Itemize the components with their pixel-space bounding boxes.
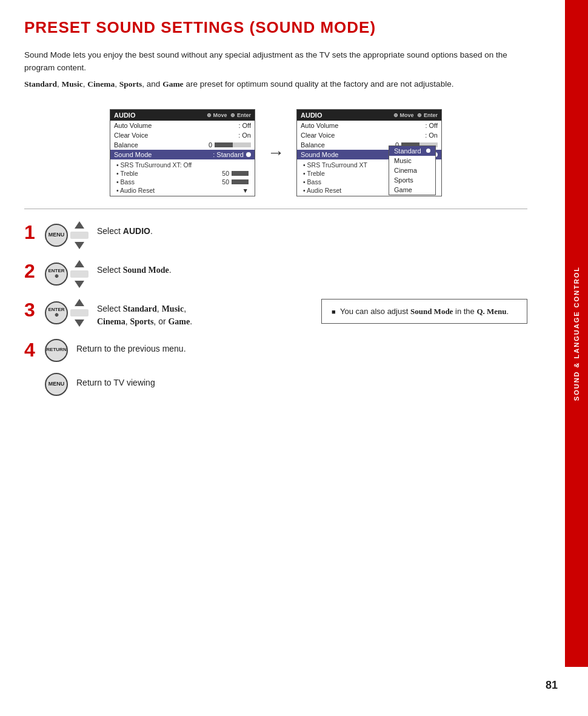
info-text-1: You can also adjust	[340, 307, 410, 316]
step-3-nav-arrows	[70, 299, 89, 327]
audio-reset-label-1: • Audio Reset	[116, 187, 155, 194]
audio-reset-row-1: • Audio Reset ▼	[116, 186, 249, 195]
menu-step-btn[interactable]: MENU	[45, 373, 68, 396]
nav-hints-1: ⊕ Move ⊕ Enter	[207, 112, 251, 118]
dropdown-sports[interactable]: Sports	[389, 175, 435, 185]
steps-area: 1 MENU Select AUDIO. 2 ENTE	[24, 221, 527, 407]
description-2: Standard, Music, Cinema, Sports, and Gam…	[24, 78, 527, 91]
balance-label-1: Balance	[114, 141, 138, 149]
step-1-menu-btn[interactable]: MENU	[45, 224, 68, 247]
clear-voice-value-1: : On	[238, 132, 251, 139]
auto-volume-value-2: : Off	[425, 122, 438, 129]
balance-num-1: 0	[209, 141, 212, 149]
screens-area: AUDIO ⊕ Move ⊕ Enter Auto Volume : Off C…	[24, 109, 527, 196]
enter-hint-1: ⊕ Enter	[230, 112, 251, 118]
bold-music: Music	[62, 79, 83, 89]
clear-voice-row-1: Clear Voice : On	[110, 130, 255, 140]
step-2-number: 2	[24, 261, 41, 281]
dropdown-cinema-label: Cinema	[394, 167, 417, 174]
step-1-nav-arrows	[70, 221, 89, 249]
srs-label-1: • SRS TruSurround XT: Off	[116, 161, 192, 169]
audio-box-2-wrapper: AUDIO ⊕ Move ⊕ Enter Auto Volume : Off C…	[296, 109, 442, 196]
auto-volume-value-1: : Off	[238, 122, 251, 129]
sound-mode-value-1: : Standard	[213, 151, 251, 158]
menu-step-text: Return to TV viewing	[76, 376, 155, 389]
step-3-up-arrow[interactable]	[75, 299, 84, 306]
sound-mode-dot-1	[246, 152, 251, 157]
step-1-center-btn[interactable]	[70, 232, 89, 239]
step-2-down-arrow[interactable]	[75, 281, 84, 288]
bass-bar-1	[232, 179, 249, 184]
sub-items-1: • SRS TruSurround XT: Off • Treble 50 • …	[110, 159, 255, 196]
step-3-enter-btn[interactable]: ENTER⊕	[45, 301, 68, 324]
sound-mode-label-2: Sound Mode	[301, 151, 338, 158]
step-3-text: Select Standard, Music, Cinema, Sports, …	[97, 303, 192, 328]
section-divider	[24, 209, 527, 209]
step-3-down-arrow[interactable]	[75, 320, 84, 327]
dropdown-cinema[interactable]: Cinema	[389, 166, 435, 175]
sound-mode-dropdown[interactable]: Standard Music Cinema Sports Game	[389, 146, 436, 195]
auto-volume-row-2: Auto Volume : Off	[297, 121, 441, 130]
auto-volume-row-1: Auto Volume : Off	[110, 121, 255, 130]
dropdown-game[interactable]: Game	[389, 185, 435, 195]
info-box: ■ You can also adjust Sound Mode in the …	[321, 299, 527, 324]
info-text-2: in the	[453, 307, 476, 316]
step-3-number: 3	[24, 300, 41, 320]
step-1-btn-group: MENU	[45, 221, 89, 249]
dropdown-standard[interactable]: Standard	[389, 146, 435, 156]
bass-label-1: • Bass	[116, 178, 135, 186]
step-1-text: Select AUDIO.	[97, 225, 153, 238]
side-bar-text: SOUND & LANGUAGE CONTROL	[573, 266, 580, 401]
arrow-between: →	[267, 143, 284, 162]
bold-sports: Sports	[119, 79, 142, 89]
step-3-sports: Sports	[130, 317, 153, 326]
step-4-buttons: RETURN	[45, 339, 68, 362]
move-hint-2: ⊕ Move	[393, 112, 414, 118]
step-2-enter-btn[interactable]: ENTER⊕	[45, 263, 68, 286]
clear-voice-label-2: Clear Voice	[301, 132, 335, 139]
bold-game: Game	[162, 79, 184, 89]
sound-mode-row-1: Sound Mode : Standard	[110, 150, 255, 159]
audio-label-1: AUDIO	[114, 112, 135, 119]
step-3-center-btn[interactable]	[70, 309, 89, 316]
step-1-row: 1 MENU Select AUDIO.	[24, 221, 527, 249]
srs-row-1: • SRS TruSurround XT: Off	[116, 161, 249, 169]
treble-label-2: • Treble	[303, 170, 325, 177]
dropdown-music[interactable]: Music	[389, 156, 435, 166]
bass-value-1: 50	[222, 178, 249, 186]
page-number: 81	[546, 679, 558, 692]
nav-hints-2: ⊕ Move ⊕ Enter	[393, 112, 438, 118]
menu-step-btn-group: MENU	[45, 373, 68, 396]
dropdown-sports-label: Sports	[394, 176, 413, 184]
srs-label-2: • SRS TruSurround XT	[303, 161, 367, 169]
step-3-game: Game	[168, 317, 190, 326]
step-2-bold: Sound Mode	[123, 266, 169, 275]
step-1-up-arrow[interactable]	[75, 221, 84, 229]
enter-hint-2: ⊕ Enter	[417, 112, 438, 118]
auto-volume-label-2: Auto Volume	[301, 122, 338, 129]
menu-step-buttons: MENU	[45, 373, 68, 396]
balance-fill-1	[215, 142, 233, 147]
audio-box-1: AUDIO ⊕ Move ⊕ Enter Auto Volume : Off C…	[110, 109, 255, 196]
step-2-nav-arrows	[70, 260, 89, 288]
balance-label-2: Balance	[301, 141, 325, 149]
balance-bar-1	[215, 142, 251, 147]
sound-mode-label-1: Sound Mode	[114, 151, 152, 158]
auto-volume-label-1: Auto Volume	[114, 122, 152, 129]
dropdown-standard-dot	[426, 149, 430, 153]
audio-box-1-header: AUDIO ⊕ Move ⊕ Enter	[110, 110, 255, 121]
dropdown-standard-label: Standard	[394, 147, 421, 155]
step-4-row: 4 RETURN Return to the previous menu.	[24, 339, 309, 362]
step-3-row: 3 ENTER⊕ Select Standard, Music,	[24, 299, 309, 328]
step-2-center-btn[interactable]	[70, 270, 89, 278]
steps-with-info: 3 ENTER⊕ Select Standard, Music,	[24, 299, 527, 407]
step-2-up-arrow[interactable]	[75, 260, 84, 267]
step-1-down-arrow[interactable]	[75, 242, 84, 249]
audio-box-2-header: AUDIO ⊕ Move ⊕ Enter	[297, 110, 441, 121]
step-4-return-btn[interactable]: RETURN	[45, 339, 68, 362]
step-3-music: Music	[162, 304, 184, 313]
treble-bar-1	[232, 171, 249, 176]
step-3-buttons: ENTER⊕	[45, 299, 89, 327]
step-2-text: Select Sound Mode.	[97, 264, 172, 276]
page-title: PRESET SOUND SETTINGS (SOUND MODE)	[24, 18, 527, 37]
